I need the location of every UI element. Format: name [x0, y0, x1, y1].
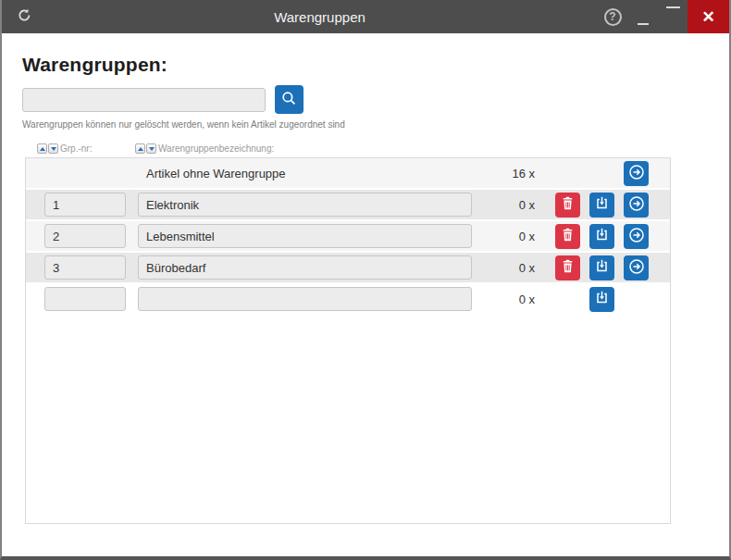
- article-count: 0 x: [472, 230, 535, 243]
- window-title: Warengruppen: [43, 9, 597, 25]
- arrow-circle-right-icon: [628, 195, 645, 215]
- help-button[interactable]: ?: [597, 0, 628, 33]
- bezeichnung-input[interactable]: [138, 193, 472, 217]
- grpnr-input[interactable]: [44, 255, 126, 280]
- sort-down-icon: [51, 147, 56, 151]
- arrow-circle-right-icon: [628, 164, 645, 183]
- sort-header: Grp.-nr: Warengruppenbezeichnung:: [37, 143, 729, 154]
- trash-icon: [562, 228, 574, 244]
- save-icon: [595, 259, 609, 276]
- bezeichnung-input[interactable]: [138, 255, 472, 280]
- open-group-button[interactable]: [624, 193, 649, 218]
- table-row-no-group: Artikel ohne Warengruppe 16 x: [26, 158, 670, 190]
- no-group-label: Artikel ohne Warengruppe: [138, 167, 472, 180]
- open-group-button[interactable]: [624, 224, 649, 249]
- save-icon: [595, 196, 609, 213]
- main-content: Warengruppen: Warengruppen können nur ge…: [2, 33, 729, 556]
- save-group-button[interactable]: [589, 193, 614, 218]
- bezeichnung-input[interactable]: [138, 224, 472, 248]
- row-actions: [535, 255, 670, 280]
- search-button[interactable]: [275, 85, 304, 114]
- trash-icon: [562, 259, 574, 276]
- sort-up-icon: [138, 147, 143, 151]
- maximize-icon: [666, 6, 680, 8]
- save-new-group-button[interactable]: [589, 287, 614, 312]
- article-count: 0 x: [472, 261, 535, 275]
- article-count: 0 x: [472, 292, 535, 306]
- save-icon: [595, 291, 609, 307]
- app-window: Warengruppen ? ✕ Warengruppen:: [0, 0, 731, 560]
- open-group-button[interactable]: [624, 161, 649, 186]
- row-actions: [535, 161, 670, 186]
- sort-name-asc-button[interactable]: [135, 143, 145, 154]
- arrow-circle-right-icon: [628, 227, 645, 246]
- sort-up-icon: [40, 147, 45, 151]
- article-count: 0 x: [472, 198, 535, 212]
- sort-down-icon: [149, 147, 155, 151]
- delete-group-button[interactable]: [555, 255, 580, 280]
- sort-grpnr-asc-button[interactable]: [37, 143, 47, 154]
- sort-grpnr-desc-button[interactable]: [48, 143, 58, 154]
- bezeichnung-input-new[interactable]: [138, 287, 472, 311]
- column-label-bezeichnung: Warengruppenbezeichnung:: [158, 143, 274, 154]
- table-row-new: 0 x: [26, 284, 670, 316]
- sort-name-buttons: [135, 143, 156, 154]
- refresh-icon: [17, 7, 32, 26]
- delete-group-button[interactable]: [555, 224, 580, 249]
- table-row: 0 x: [26, 221, 670, 253]
- help-icon: ?: [604, 8, 622, 26]
- warengruppen-table: Artikel ohne Warengruppe 16 x: [25, 157, 671, 524]
- trash-icon: [562, 196, 574, 213]
- minimize-button[interactable]: [628, 0, 658, 33]
- save-icon: [595, 228, 609, 244]
- close-button[interactable]: ✕: [688, 0, 729, 33]
- grpnr-input[interactable]: [44, 224, 126, 248]
- search-icon: [281, 91, 297, 109]
- minimize-icon: [638, 23, 649, 25]
- search-input[interactable]: [22, 88, 266, 112]
- table-row: 0 x: [26, 190, 670, 221]
- arrow-circle-right-icon: [628, 258, 645, 278]
- maximize-button[interactable]: [658, 0, 688, 33]
- delete-group-button[interactable]: [555, 193, 580, 218]
- page-title: Warengruppen:: [22, 54, 729, 76]
- sort-grpnr-buttons: [37, 143, 58, 154]
- row-actions: [535, 287, 670, 312]
- grpnr-input[interactable]: [44, 193, 126, 217]
- open-group-button[interactable]: [624, 255, 649, 280]
- titlebar: Warengruppen ? ✕: [2, 0, 729, 33]
- column-label-grpnr: Grp.-nr:: [60, 143, 135, 154]
- row-actions: [535, 193, 670, 218]
- row-actions: [535, 224, 670, 249]
- hint-text: Warengruppen können nur gelöscht werden,…: [22, 119, 729, 130]
- grpnr-input-new[interactable]: [44, 287, 126, 311]
- no-group-count: 16 x: [472, 167, 535, 180]
- save-group-button[interactable]: [589, 224, 614, 249]
- refresh-button[interactable]: [6, 0, 43, 33]
- table-row: 0 x: [26, 253, 670, 284]
- save-group-button[interactable]: [589, 255, 614, 280]
- sort-name-desc-button[interactable]: [146, 143, 156, 154]
- search-row: [22, 85, 729, 114]
- close-icon: ✕: [701, 9, 714, 25]
